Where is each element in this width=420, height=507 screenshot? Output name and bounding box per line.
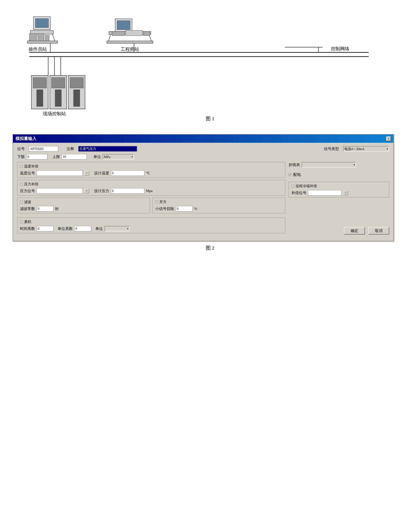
design-pressure-input[interactable] [111, 188, 144, 194]
power-row: 配电 [289, 172, 389, 177]
filter-unit: 秒 [55, 206, 59, 211]
sqrt-group: 开方 小信号切除 % [152, 198, 285, 213]
accum-unit-select[interactable] [104, 226, 130, 231]
filter-checkbox[interactable] [20, 201, 23, 204]
figure2-caption: 图 2 [13, 245, 407, 251]
note-label: 注释 [67, 146, 74, 151]
power-label: 配电 [293, 172, 301, 177]
temp-unit: ℃ [146, 171, 150, 176]
comp-position-input[interactable] [308, 190, 342, 196]
svg-rect-19 [38, 34, 44, 41]
power-checkbox[interactable] [289, 173, 292, 176]
design-pressure-label: 设计压力 [94, 188, 109, 193]
pressure-comp-label: 压力补偿 [24, 182, 38, 187]
temp-comp-label: 温度补偿 [24, 164, 38, 169]
small-signal-unit: % [194, 207, 197, 211]
time-coeff-label: 时间系数 [20, 226, 35, 231]
svg-text:现场控制站: 现场控制站 [43, 111, 66, 116]
small-signal-label: 小信号切除 [155, 206, 174, 211]
top-row: 位号 注释 信号类型 电流4～20mA [17, 146, 389, 152]
pressure-position-label: 压力位号 [20, 188, 35, 193]
cancel-button[interactable]: 取消 [368, 227, 389, 234]
pressure-position-input[interactable] [37, 188, 83, 194]
remote-cold-row: 补偿位号 ? [291, 190, 386, 196]
analog-input-dialog: 模拟量输入 × 位号 注释 信号类型 电流4～20mA 下限 [13, 134, 394, 241]
temp-position-label: 温度位号 [20, 171, 35, 176]
pressure-comp-title: 压力补偿 [20, 182, 282, 187]
unit-label: 单位 [93, 154, 101, 159]
time-coeff-input[interactable] [37, 226, 53, 231]
pressure-position-q-btn[interactable]: ? [84, 189, 89, 193]
dialog-right: 折线表 配电 [289, 162, 389, 235]
signal-type-select[interactable]: 电流4～20mA [343, 146, 389, 152]
confirm-button[interactable]: 确定 [344, 227, 365, 234]
svg-rect-29 [144, 31, 150, 36]
accumulate-row: 时间系数 单位系数 单位 [20, 226, 282, 231]
filter-label: 滤波 [24, 199, 31, 204]
temp-comp-checkbox[interactable] [20, 165, 23, 168]
design-temp-label: 设计温度 [94, 171, 109, 176]
svg-rect-27 [112, 31, 125, 36]
sqrt-label: 开方 [159, 199, 166, 204]
polyline-select[interactable] [302, 162, 356, 168]
accumulate-checkbox[interactable] [20, 220, 23, 223]
unit-select[interactable]: MPa [103, 154, 134, 160]
temp-position-q-btn[interactable]: ? [84, 171, 89, 176]
unit-coeff-input[interactable] [74, 226, 91, 231]
filter-constant-input[interactable] [37, 206, 53, 211]
sqrt-row: 小信号切除 % [155, 206, 282, 211]
pressure-comp-group: 压力补偿 压力位号 ? 设计压力 Mpa [17, 180, 285, 196]
temp-comp-title: 温度补偿 [20, 164, 282, 169]
dialog-body: 位号 注释 信号类型 电流4～20mA 下限 上限 单位 [13, 143, 393, 241]
small-signal-input[interactable] [176, 206, 193, 211]
position-input[interactable] [29, 146, 58, 152]
dialog-left: 温度补偿 温度位号 ? 设计温度 ℃ [17, 162, 285, 235]
sqrt-title: 开方 [155, 199, 282, 204]
design-temp-input[interactable] [111, 170, 144, 176]
unit-coeff-label: 单位系数 [58, 226, 73, 231]
pressure-comp-checkbox[interactable] [20, 183, 23, 186]
signal-type-select-wrapper: 电流4～20mA [343, 146, 389, 152]
svg-rect-17 [27, 41, 58, 43]
comp-position-q-btn[interactable]: ? [343, 190, 348, 195]
sqrt-checkbox[interactable] [155, 201, 158, 204]
limits-row: 下限 上限 单位 MPa [17, 154, 389, 160]
svg-rect-38 [74, 90, 80, 106]
filter-constant-label: 滤波常数 [20, 206, 35, 211]
svg-text:控制网络: 控制网络 [331, 46, 349, 51]
network-diagram: 操作员站 工程师站 控制网络 现场控制站 [13, 8, 407, 113]
filter-group: 滤波 滤波常数 秒 [17, 198, 150, 213]
lower-limit-input[interactable] [26, 154, 47, 160]
remote-cold-group: 远程冷端补偿 补偿位号 ? [289, 182, 389, 197]
accum-unit-select-wrapper [104, 226, 130, 231]
accumulate-label: 累积 [24, 219, 31, 224]
svg-rect-20 [45, 35, 49, 41]
dialog-main-row: 温度补偿 温度位号 ? 设计温度 ℃ [17, 162, 389, 235]
svg-rect-37 [70, 77, 83, 88]
polyline-row: 折线表 [289, 162, 389, 168]
remote-cold-checkbox[interactable] [291, 185, 294, 188]
temp-position-input[interactable] [37, 170, 83, 176]
svg-text:操作员站: 操作员站 [28, 47, 47, 52]
bottom-groups-row: 滤波 滤波常数 秒 开方 [17, 198, 285, 215]
dialog-wrapper: 模拟量输入 × 位号 注释 信号类型 电流4～20mA 下限 [0, 130, 420, 255]
svg-rect-13 [35, 18, 48, 28]
upper-limit-input[interactable] [62, 154, 87, 160]
signal-type-label: 信号类型 [324, 146, 339, 151]
dialog-title: 模拟量输入 [15, 136, 36, 141]
polyline-label: 折线表 [289, 162, 300, 167]
accumulate-group: 累积 时间系数 单位系数 单位 [17, 218, 285, 233]
svg-rect-26 [117, 21, 130, 30]
svg-rect-34 [52, 77, 65, 88]
svg-rect-35 [55, 90, 61, 106]
figure1-area: 操作员站 工程师站 控制网络 现场控制站 图 1 [0, 0, 420, 130]
accumulate-title: 累积 [20, 219, 282, 224]
accum-unit-label: 单位 [95, 226, 103, 231]
svg-rect-24 [107, 41, 153, 43]
close-button[interactable]: × [386, 136, 391, 141]
note-input[interactable] [78, 146, 137, 152]
polyline-select-wrapper [302, 162, 356, 168]
diagram-svg: 操作员站 工程师站 控制网络 现场控制站 [13, 8, 406, 117]
remote-cold-label: 远程冷端补偿 [296, 183, 317, 188]
filter-title: 滤波 [20, 199, 147, 204]
